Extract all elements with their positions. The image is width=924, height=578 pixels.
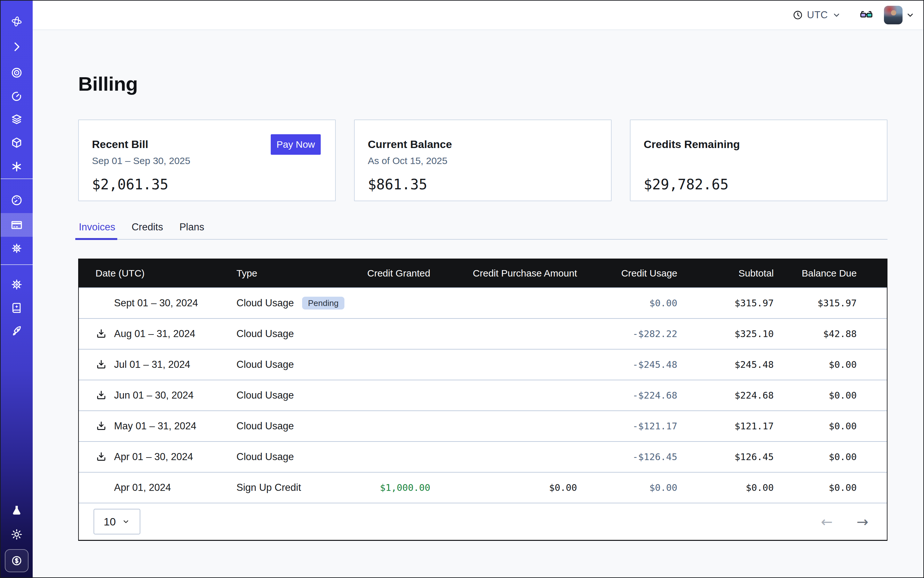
target-icon[interactable] [1,66,32,79]
tab-invoices[interactable]: Invoices [78,221,116,239]
tab-plans[interactable]: Plans [179,221,205,239]
credit-usage-cell: -$245.48 [577,359,677,370]
asterisk-icon[interactable] [1,160,32,173]
balance-due-cell: $315.97 [774,298,857,308]
clock-icon [792,10,803,21]
download-invoice-button[interactable] [96,359,107,370]
invoice-date: Sept 01 – 30, 2024 [114,297,198,309]
pagination: ← → [821,514,868,530]
timezone-selector[interactable]: UTC [792,9,841,21]
invoice-type: Cloud Usage [236,359,294,370]
download-spacer [96,482,107,494]
invoice-date: Jul 01 – 31, 2024 [114,359,190,370]
col-date: Date (UTC) [96,268,236,279]
sidebar-item-billing[interactable] [1,219,32,231]
table-row: Apr 01, 2024 Sign Up Credit $1,000.00 $0… [79,472,887,503]
invoice-date: Jun 01 – 30, 2024 [114,390,193,401]
table-row: Jul 01 – 31, 2024 Cloud Usage -$245.48 $… [79,349,887,380]
download-invoice-button[interactable] [96,328,107,339]
helm-icon[interactable] [1,278,32,291]
col-credit-purchase-amount: Credit Purchase Amount [430,268,577,279]
col-credit-granted: Credit Granted [358,268,430,279]
topbar: UTC [32,1,923,30]
download-spacer [96,297,107,309]
credit-usage-cell: -$126.45 [577,451,677,462]
col-balance-due: Balance Due [774,268,857,279]
invoice-date: Apr 01 – 30, 2024 [114,451,193,463]
gauge-icon[interactable] [1,194,32,207]
rocket-icon[interactable] [1,325,32,338]
download-invoice-button[interactable] [96,421,107,432]
invoices-table: Date (UTC) Type Credit Granted Credit Pu… [78,258,887,541]
balance-due-cell: $0.00 [774,421,857,432]
subtotal-cell: $315.97 [677,298,774,308]
sidebar-expand-button[interactable] [1,41,32,53]
flask-icon[interactable] [1,504,32,517]
invoice-type: Cloud Usage [236,328,294,339]
balance-due-cell: $0.00 [774,390,857,401]
settings-gear-icon[interactable] [1,242,32,255]
main-content: Billing Recent Bill Sep 01 – Sep 30, 202… [78,30,887,541]
recent-bill-card: Recent Bill Sep 01 – Sep 30, 2025 $2,061… [78,120,336,201]
subtotal-cell: $325.10 [677,328,774,339]
credit-usage-cell: $0.00 [577,298,677,308]
subtotal-cell: $0.00 [677,482,774,493]
page-size-value: 10 [104,516,116,528]
table-row: Apr 01 – 30, 2024 Cloud Usage -$126.45 $… [79,441,887,472]
current-balance-amount: $861.35 [368,176,598,193]
credit-usage-cell: -$121.17 [577,421,677,432]
invoice-type: Cloud Usage [236,297,294,309]
download-invoice-button[interactable] [96,451,107,463]
card-title: Current Balance [368,138,598,151]
pay-now-button[interactable]: Pay Now [271,134,321,155]
credit-usage-cell: -$282.22 [577,328,677,339]
user-avatar[interactable] [884,6,903,24]
page-size-select[interactable]: 10 [94,509,140,534]
download-invoice-button[interactable] [96,390,107,401]
credit-granted-cell: $1,000.00 [358,482,430,493]
col-subtotal: Subtotal [677,268,774,279]
download-icon [96,390,107,401]
download-icon [96,421,107,432]
previous-page-button[interactable]: ← [821,514,833,530]
invoice-type: Sign Up Credit [236,482,301,494]
balance-as-of: As of Oct 15, 2025 [368,155,598,167]
summary-cards: Recent Bill Sep 01 – Sep 30, 2025 $2,061… [78,120,887,201]
col-type: Type [236,268,358,279]
table-row: Sept 01 – 30, 2024 Cloud Usage Pending $… [79,287,887,318]
table-row: Jun 01 – 30, 2024 Cloud Usage -$224.68 $… [79,380,887,411]
tab-credits[interactable]: Credits [131,221,164,239]
table-row: May 01 – 31, 2024 Cloud Usage -$121.17 $… [79,411,887,441]
theme-sun-icon[interactable] [1,528,32,541]
download-icon [96,451,107,463]
billing-tabs: Invoices Credits Plans [78,221,887,240]
docs-book-icon[interactable] [1,302,32,314]
logo-icon[interactable] [1,15,32,28]
timezone-label: UTC [807,9,828,21]
card-subtitle-empty [644,155,874,167]
current-balance-card: Current Balance As of Oct 15, 2025 $861.… [354,120,612,201]
table-footer: 10 ← → [79,503,887,540]
col-credit-usage: Credit Usage [577,268,677,279]
credits-remaining-amount: $29,782.65 [644,176,874,193]
download-icon [96,328,107,339]
pending-status-badge: Pending [302,297,344,310]
subtotal-cell: $224.68 [677,390,774,401]
sidebar-divider [1,264,32,265]
sidebar-item-credits[interactable] [5,549,29,572]
dollar-badge-icon [10,554,23,567]
account-menu-chevron-icon[interactable] [905,10,915,20]
next-page-button[interactable]: → [856,514,868,530]
timer-icon[interactable] [1,90,32,102]
credit-usage-cell: -$224.68 [577,390,677,401]
chevron-down-icon [832,10,841,20]
subtotal-cell: $126.45 [677,451,774,462]
3d-glasses-icon[interactable] [859,8,874,22]
sidebar-divider [1,179,32,179]
cube-icon[interactable] [1,136,32,149]
balance-due-cell: $0.00 [774,482,857,493]
billing-period: Sep 01 – Sep 30, 2025 [92,155,322,167]
layers-icon[interactable] [1,113,32,126]
subtotal-cell: $245.48 [677,359,774,370]
credit-purchase-cell: $0.00 [430,482,577,493]
